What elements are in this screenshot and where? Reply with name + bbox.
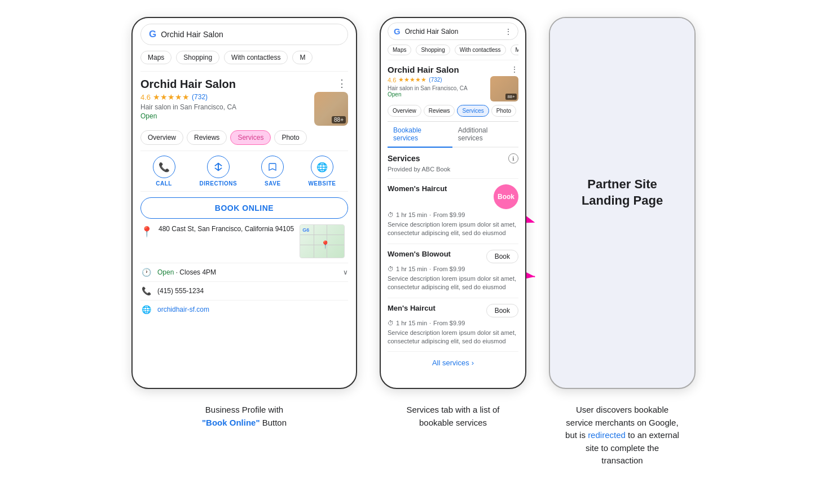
- service-header-1: Women's Blowout Book: [388, 250, 518, 263]
- tab-reviews-1[interactable]: Reviews: [187, 130, 227, 145]
- star-rating-2: 4.6: [388, 77, 396, 83]
- chip-maps-2[interactable]: Maps: [388, 45, 411, 55]
- directions-btn-1[interactable]: DIRECTIONS: [200, 156, 237, 187]
- search-bar-2[interactable]: G Orchid Hair Salon ⋮: [388, 23, 518, 40]
- clock-icon-s2: ⏱: [388, 320, 394, 326]
- service-desc-0: Service description lorem ipsum dolor si…: [388, 220, 518, 238]
- book-btn-1[interactable]: Book: [486, 250, 518, 263]
- caption-1-line1: Business Profile with: [205, 405, 283, 414]
- call-btn-1[interactable]: 📞 CALL: [153, 156, 175, 187]
- partner-title: Partner Site Landing Page: [570, 165, 674, 220]
- search-text-2: Orchid Hair Salon: [405, 28, 459, 36]
- chip-shopping-1[interactable]: Shopping: [176, 51, 219, 64]
- services-title: Services: [388, 154, 420, 163]
- rating-count-2: (732): [429, 77, 442, 83]
- search-text-1: Orchid Hair Salon: [161, 30, 223, 39]
- tab-photos-1[interactable]: Photo: [274, 130, 306, 145]
- chip-contactless-1[interactable]: With contactless: [224, 51, 288, 64]
- duration-1: 1 hr 15 min: [396, 266, 427, 272]
- provided-text: Provided by ABC Book: [388, 166, 450, 173]
- service-name-2: Men's Haircut: [388, 304, 436, 312]
- tab-services-1[interactable]: Services: [230, 130, 271, 145]
- map-pin-1: 📍: [320, 240, 330, 249]
- three-dots-menu-1[interactable]: ⋮: [337, 77, 348, 90]
- book-btn-pink-0[interactable]: Book: [494, 184, 518, 209]
- captions-row: Business Profile with "Book Online" Butt…: [0, 395, 827, 467]
- duration-0: 1 hr 15 min: [396, 211, 427, 218]
- chip-more-2[interactable]: M: [511, 45, 518, 55]
- nav-tabs-2: Overview Reviews Services Photo: [388, 105, 518, 117]
- chip-more-1[interactable]: M: [292, 51, 313, 64]
- star-rating-1: 4.6: [140, 93, 151, 101]
- phone-number-1: (415) 555-1234: [157, 287, 204, 295]
- call-icon-1: 📞: [153, 156, 175, 178]
- price-2: From $9.99: [433, 320, 465, 326]
- services-header: Services ℹ: [388, 153, 518, 163]
- phone1-mockup: G Orchid Hair Salon Maps Shopping With c…: [131, 17, 357, 389]
- rating-count-1: (732): [192, 93, 208, 101]
- service-header-2: Men's Haircut Book: [388, 304, 518, 317]
- tab-reviews-2[interactable]: Reviews: [424, 105, 455, 117]
- duration-2: 1 hr 15 min: [396, 320, 427, 326]
- chip-maps-1[interactable]: Maps: [140, 51, 171, 64]
- service-desc-2: Service description lorem ipsum dolor si…: [388, 329, 518, 346]
- website-btn-1[interactable]: 🌐 WEBSITE: [308, 156, 336, 187]
- chip-contactless-2[interactable]: With contactless: [455, 45, 506, 55]
- partner-title-line1: Partner Site: [587, 177, 657, 191]
- info-icon-services[interactable]: ℹ: [508, 153, 518, 163]
- map-line-v1: [314, 225, 314, 258]
- phone1-content: G Orchid Hair Salon Maps Shopping With c…: [133, 18, 356, 324]
- tab-services-2[interactable]: Services: [457, 105, 489, 117]
- save-btn-1[interactable]: SAVE: [261, 156, 284, 187]
- clock-icon-s0: ⏱: [388, 211, 394, 218]
- business-card-2: Orchid Hair Salon 4.6 ★★★★★ (732) Hair s…: [388, 65, 518, 101]
- tab-photos-2[interactable]: Photo: [491, 105, 516, 117]
- map-thumbnail-1[interactable]: 📍 G6: [300, 224, 345, 258]
- filter-chips-2: Maps Shopping With contactless M: [388, 45, 518, 55]
- business-photo-1: 88+: [314, 92, 348, 126]
- caption-1-highlight: "Book Online": [202, 418, 260, 427]
- phone3-mockup: Partner Site Landing Page: [549, 17, 696, 389]
- sep-2: ·: [429, 320, 431, 326]
- location-icon-1: 📍: [140, 226, 153, 238]
- map-label-g: G6: [302, 227, 309, 233]
- service-meta-1: ⏱ 1 hr 15 min · From $9.99: [388, 266, 518, 272]
- three-dots-2[interactable]: ⋮: [511, 65, 518, 74]
- all-services-label: All services: [432, 359, 469, 367]
- book-online-btn-1[interactable]: BOOK ONLINE: [140, 197, 348, 219]
- all-services-row[interactable]: All services ›: [388, 351, 518, 374]
- svc-tab-additional[interactable]: Additional services: [452, 122, 518, 148]
- google-logo-2: G: [394, 26, 401, 36]
- hours-text-1: Open · Closes 4PM: [157, 268, 216, 276]
- svc-tab-bookable[interactable]: Bookable services: [388, 122, 452, 148]
- business-type-2: Hair salon in San Francisco, CA: [388, 85, 490, 91]
- website-text-1[interactable]: orchidhair-sf.com: [157, 306, 209, 313]
- chevron-right-icon: ›: [472, 359, 474, 367]
- sep-0: ·: [429, 211, 431, 218]
- caption-1: Business Profile with "Book Online" Butt…: [131, 404, 357, 467]
- website-label-1: WEBSITE: [308, 180, 336, 187]
- photo-badge-1: 88+: [332, 116, 346, 123]
- service-meta-0: ⏱ 1 hr 15 min · From $9.99: [388, 211, 518, 218]
- caption-1-text: Business Profile with "Book Online" Butt…: [131, 404, 357, 429]
- tab-overview-2[interactable]: Overview: [388, 105, 421, 117]
- business-info-2: Orchid Hair Salon 4.6 ★★★★★ (732) Hair s…: [388, 65, 490, 98]
- service-meta-2: ⏱ 1 hr 15 min · From $9.99: [388, 320, 518, 326]
- tab-overview-1[interactable]: Overview: [140, 130, 183, 145]
- hours-row-1: 🕐 Open · Closes 4PM ∨: [140, 263, 348, 281]
- search-bar-1[interactable]: G Orchid Hair Salon: [140, 24, 348, 45]
- hours-expand-1[interactable]: ∨: [343, 268, 348, 276]
- book-btn-2[interactable]: Book: [486, 304, 518, 317]
- directions-label-1: DIRECTIONS: [200, 180, 237, 187]
- chip-shopping-2[interactable]: Shopping: [416, 45, 450, 55]
- provided-by: Provided by ABC Book: [388, 166, 518, 173]
- nav-tabs-1: Overview Reviews Services Photo: [140, 130, 348, 145]
- services-subtabs: Bookable services Additional services: [388, 122, 518, 148]
- globe-icon-1: 🌐: [140, 305, 152, 314]
- stars-1: ★★★★★: [153, 92, 190, 101]
- clock-icon-s1: ⏱: [388, 266, 394, 272]
- caption-2-text: Services tab with a list ofbookable serv…: [380, 404, 526, 429]
- caption-3: User discovers bookable service merchant…: [549, 404, 696, 467]
- service-desc-1: Service description lorem ipsum dolor si…: [388, 275, 518, 292]
- website-icon-1: 🌐: [311, 156, 333, 178]
